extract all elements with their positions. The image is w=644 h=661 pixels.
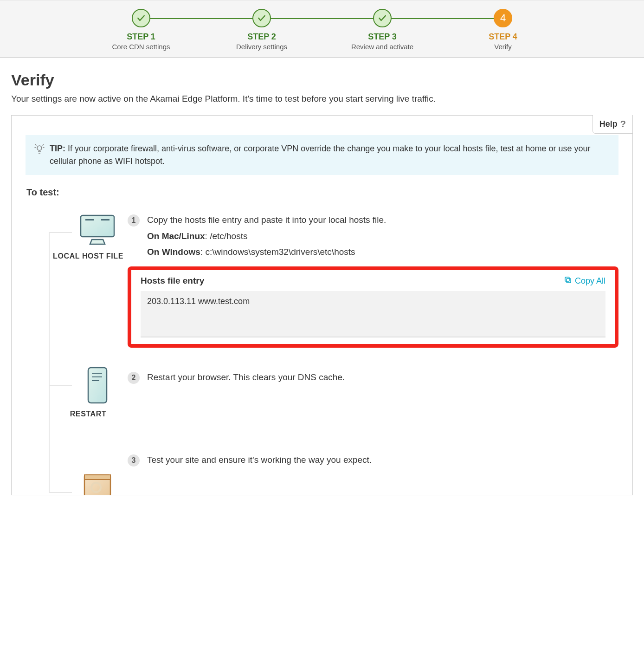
step-4[interactable]: 4 STEP 4 Verify — [443, 9, 563, 51]
step-badge-2: 2 — [128, 372, 140, 384]
stepper-bar: STEP 1 Core CDN settings STEP 2 Delivery… — [0, 0, 644, 58]
step-3[interactable]: STEP 3 Review and activate — [322, 9, 443, 51]
rail-item-restart: RESTART — [49, 367, 128, 418]
help-label: Help — [599, 119, 618, 129]
tip-label: TIP: — [50, 144, 65, 153]
svg-rect-2 — [85, 219, 94, 220]
step-3-text: Test your site and ensure it's working t… — [147, 454, 372, 467]
svg-rect-12 — [565, 277, 569, 281]
phone-icon — [85, 367, 109, 405]
step-4-title: STEP 4 — [489, 32, 517, 42]
to-test-heading: To test: — [26, 187, 618, 198]
win-label: On Windows — [147, 247, 200, 257]
step-badge-3: 3 — [128, 454, 140, 467]
page-subtitle: Your settings are now active on the Akam… — [11, 94, 633, 104]
check-icon — [252, 9, 271, 27]
page-title: Verify — [11, 71, 633, 89]
lightbulb-icon — [34, 143, 45, 168]
step-badge-1: 1 — [128, 214, 140, 227]
rail-item-hostfile: LOCAL HOST FILE — [49, 214, 128, 260]
step-1-title: STEP 1 — [127, 32, 155, 42]
monitor-icon — [78, 214, 117, 247]
copy-icon — [564, 276, 572, 286]
main-content: Verify Your settings are now active on t… — [0, 58, 644, 495]
win-path: : c:\windows\system32\drivers\etc\hosts — [200, 247, 355, 257]
rail-label-restart: RESTART — [49, 410, 128, 418]
step-2-text: Restart your browser. This clears your D… — [147, 371, 345, 384]
steps-rail: LOCAL HOST FILE RESTART — [49, 214, 128, 481]
step-1-text: Copy the hosts file entry and paste it i… — [147, 214, 386, 227]
mac-label: On Mac/Linux — [147, 231, 205, 241]
copy-all-label: Copy All — [575, 276, 605, 286]
hosts-entry-title: Hosts file entry — [141, 276, 204, 286]
svg-rect-11 — [567, 279, 571, 283]
step-2[interactable]: STEP 2 Delivery settings — [201, 9, 322, 51]
step-2-sub: Delivery settings — [236, 43, 287, 51]
check-icon — [132, 9, 150, 27]
hosts-entry-value[interactable]: 203.0.113.11 www.test.com — [141, 291, 605, 337]
step-3-sub: Review and activate — [351, 43, 413, 51]
help-icon: ? — [620, 119, 626, 130]
browser-icon — [83, 473, 112, 495]
copy-all-button[interactable]: Copy All — [564, 276, 605, 286]
step-4-circle: 4 — [494, 9, 512, 27]
step-4-sub: Verify — [494, 43, 512, 51]
test-step-1: 1 Copy the hosts file entry and paste it… — [128, 214, 618, 259]
tip-text: If your corporate firewall, anti-virus s… — [50, 144, 591, 166]
svg-point-0 — [37, 146, 42, 150]
step-2-title: STEP 2 — [247, 32, 276, 42]
mac-path: : /etc/hosts — [205, 231, 248, 241]
tip-box: TIP: If your corporate firewall, anti-vi… — [26, 135, 618, 175]
rail-label-hostfile: LOCAL HOST FILE — [49, 252, 128, 260]
test-step-2: 2 Restart your browser. This clears your… — [128, 371, 618, 384]
step-3-title: STEP 3 — [368, 32, 397, 42]
svg-rect-3 — [101, 219, 109, 220]
hosts-highlight-box: Hosts file entry Copy All 203.0.113.11 w… — [128, 266, 618, 348]
rail-item-test: TEST — [49, 473, 128, 495]
step-1[interactable]: STEP 1 Core CDN settings — [81, 9, 201, 51]
help-button[interactable]: Help ? — [592, 115, 633, 134]
test-step-3: 3 Test your site and ensure it's working… — [128, 454, 618, 467]
check-icon — [373, 9, 392, 27]
card: Help ? TIP: If your corporate firewall, … — [11, 115, 633, 495]
step-1-sub: Core CDN settings — [112, 43, 170, 51]
svg-rect-9 — [84, 475, 110, 480]
svg-rect-1 — [81, 215, 114, 237]
